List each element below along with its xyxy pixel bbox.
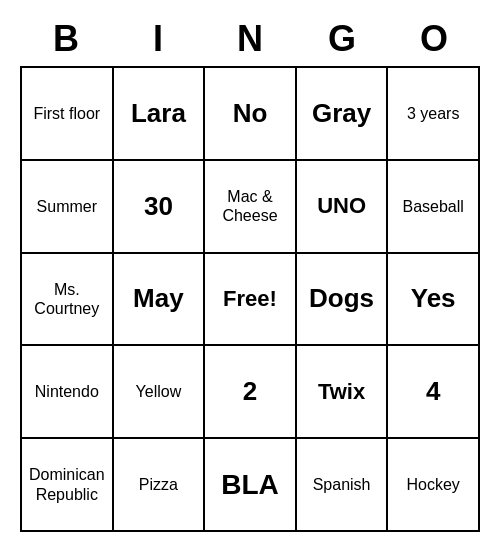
bingo-cell: Mac & Cheese	[205, 161, 297, 254]
bingo-cell: Hockey	[388, 439, 480, 532]
bingo-cell: Ms. Courtney	[22, 254, 114, 347]
header-letter: B	[20, 12, 112, 66]
bingo-cell: No	[205, 68, 297, 161]
bingo-cell: BLA	[205, 439, 297, 532]
bingo-cell: Dogs	[297, 254, 389, 347]
bingo-row: First floorLaraNoGray3 years	[22, 68, 480, 161]
bingo-cell: Free!	[205, 254, 297, 347]
bingo-cell: Baseball	[388, 161, 480, 254]
bingo-cell: Summer	[22, 161, 114, 254]
bingo-cell: May	[114, 254, 206, 347]
bingo-grid: First floorLaraNoGray3 yearsSummer30Mac …	[20, 66, 480, 532]
bingo-cell: 4	[388, 346, 480, 439]
bingo-cell: Spanish	[297, 439, 389, 532]
bingo-row: Dominican RepublicPizzaBLASpanishHockey	[22, 439, 480, 532]
bingo-cell: 2	[205, 346, 297, 439]
bingo-cell: Gray	[297, 68, 389, 161]
bingo-cell: Yes	[388, 254, 480, 347]
bingo-cell: Yellow	[114, 346, 206, 439]
bingo-cell: UNO	[297, 161, 389, 254]
bingo-cell: 30	[114, 161, 206, 254]
header-letter: G	[296, 12, 388, 66]
bingo-cell: Twix	[297, 346, 389, 439]
bingo-cell: Nintendo	[22, 346, 114, 439]
bingo-cell: Dominican Republic	[22, 439, 114, 532]
bingo-cell: Lara	[114, 68, 206, 161]
bingo-cell: 3 years	[388, 68, 480, 161]
header-letter: I	[112, 12, 204, 66]
header-letter: O	[388, 12, 480, 66]
bingo-row: NintendoYellow2Twix4	[22, 346, 480, 439]
bingo-header: BINGO	[20, 12, 480, 66]
bingo-cell: Pizza	[114, 439, 206, 532]
bingo-card: BINGO First floorLaraNoGray3 yearsSummer…	[20, 12, 480, 532]
bingo-row: Summer30Mac & CheeseUNOBaseball	[22, 161, 480, 254]
bingo-cell: First floor	[22, 68, 114, 161]
header-letter: N	[204, 12, 296, 66]
bingo-row: Ms. CourtneyMayFree!DogsYes	[22, 254, 480, 347]
